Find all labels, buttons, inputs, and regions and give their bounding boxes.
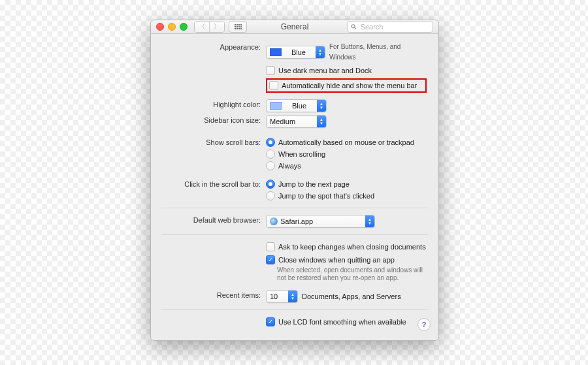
close-windows-label: Close windows when quitting an app — [278, 255, 395, 265]
scroll-auto-radio[interactable]: Automatically based on mouse or trackpad — [266, 137, 427, 148]
chevron-updown-icon: ▲▼ — [288, 291, 297, 302]
radio-icon — [266, 150, 275, 159]
lcd-smoothing-label: Use LCD font smoothing when available — [278, 317, 406, 327]
highlight-swatch-icon — [270, 102, 282, 110]
checkbox-checked-icon: ✓ — [266, 317, 275, 326]
ask-changes-label: Ask to keep changes when closing documen… — [278, 242, 426, 252]
click-nextpage-radio[interactable]: Jump to the next page — [266, 179, 427, 189]
separator — [161, 234, 428, 235]
browser-label: Default web browser: — [163, 215, 266, 225]
ask-changes-checkbox[interactable]: Ask to keep changes when closing documen… — [266, 242, 427, 252]
show-all-button[interactable] — [229, 21, 247, 33]
highlight-color-popup[interactable]: Blue ▲▼ — [266, 99, 327, 112]
zoom-icon[interactable] — [180, 23, 188, 31]
default-browser-popup[interactable]: Safari.app ▲▼ — [266, 215, 375, 228]
lcd-smoothing-checkbox[interactable]: ✓ Use LCD font smoothing when available — [266, 317, 427, 327]
click-jumpspot-label: Jump to the spot that's clicked — [278, 191, 374, 201]
recent-items-popup[interactable]: 10 ▲▼ — [266, 290, 298, 303]
checkbox-checked-icon: ✓ — [266, 255, 275, 264]
recent-items-label: Recent items: — [163, 290, 266, 300]
sidebar-size-label: Sidebar icon size: — [163, 115, 266, 125]
separator — [161, 208, 428, 208]
dark-menubar-label: Use dark menu bar and Dock — [278, 65, 372, 76]
radio-icon — [266, 138, 275, 147]
safari-icon — [270, 217, 278, 225]
svg-point-0 — [351, 25, 355, 28]
titlebar: 〈 〉 General — [151, 20, 438, 34]
blue-swatch-icon — [270, 48, 282, 56]
radio-icon — [266, 180, 275, 189]
svg-line-1 — [355, 27, 356, 29]
scroll-when-radio[interactable]: When scrolling — [266, 149, 427, 159]
chevron-updown-icon: ▲▼ — [316, 46, 325, 58]
appearance-value: Blue — [291, 47, 306, 57]
content-area: Appearance: Blue ▲▼ For Buttons, Menus, … — [151, 34, 438, 336]
click-nextpage-label: Jump to the next page — [278, 179, 350, 189]
help-button[interactable]: ? — [417, 318, 431, 331]
minimize-icon[interactable] — [168, 23, 176, 31]
highlight-annotation: Automatically hide and show the menu bar — [266, 78, 427, 93]
search-icon — [351, 24, 357, 30]
appearance-hint: For Buttons, Menus, and Windows — [329, 42, 427, 63]
preferences-window: 〈 〉 General Appearance: Blue — [150, 20, 439, 341]
close-windows-note: When selected, open documents and window… — [277, 266, 427, 282]
autohide-menubar-checkbox[interactable]: Automatically hide and show the menu bar — [269, 80, 423, 91]
sidebar-size-popup[interactable]: Medium ▲▼ — [266, 115, 327, 128]
checkbox-icon — [266, 66, 275, 75]
highlight-label: Highlight color: — [163, 99, 266, 110]
sidebar-size-value: Medium — [270, 116, 295, 127]
back-button[interactable]: 〈 — [195, 22, 209, 32]
checkbox-icon — [266, 242, 275, 251]
scroll-auto-label: Automatically based on mouse or trackpad — [278, 137, 414, 148]
grid-icon — [235, 24, 242, 29]
window-controls — [156, 23, 188, 31]
browser-value: Safari.app — [280, 216, 313, 227]
scroll-always-label: Always — [278, 161, 301, 171]
scrollbars-label: Show scroll bars: — [163, 137, 266, 148]
scroll-when-label: When scrolling — [278, 149, 325, 159]
chevron-updown-icon: ▲▼ — [365, 215, 374, 227]
search-input[interactable] — [359, 22, 429, 31]
recent-items-value: 10 — [270, 291, 278, 302]
help-icon: ? — [422, 321, 427, 328]
chevron-updown-icon: ▲▼ — [317, 116, 326, 127]
appearance-label: Appearance: — [163, 42, 266, 52]
highlight-value: Blue — [292, 101, 306, 111]
checkbox-icon — [269, 81, 278, 90]
close-windows-checkbox[interactable]: ✓ Close windows when quitting an app — [266, 255, 427, 265]
close-icon[interactable] — [156, 23, 164, 31]
nav-segment: 〈 〉 — [194, 21, 225, 33]
forward-button[interactable]: 〉 — [209, 22, 224, 32]
separator — [161, 309, 428, 310]
appearance-popup[interactable]: Blue ▲▼ — [266, 46, 325, 59]
scroll-always-radio[interactable]: Always — [266, 161, 427, 171]
search-field[interactable] — [347, 21, 433, 33]
radio-icon — [266, 191, 275, 200]
recent-items-suffix: Documents, Apps, and Servers — [302, 291, 401, 302]
chevron-updown-icon: ▲▼ — [317, 100, 326, 112]
clickscroll-label: Click in the scroll bar to: — [163, 179, 266, 189]
autohide-menubar-label: Automatically hide and show the menu bar — [282, 80, 417, 91]
dark-menubar-checkbox[interactable]: Use dark menu bar and Dock — [266, 65, 427, 76]
radio-icon — [266, 161, 275, 170]
click-jumpspot-radio[interactable]: Jump to the spot that's clicked — [266, 191, 427, 201]
